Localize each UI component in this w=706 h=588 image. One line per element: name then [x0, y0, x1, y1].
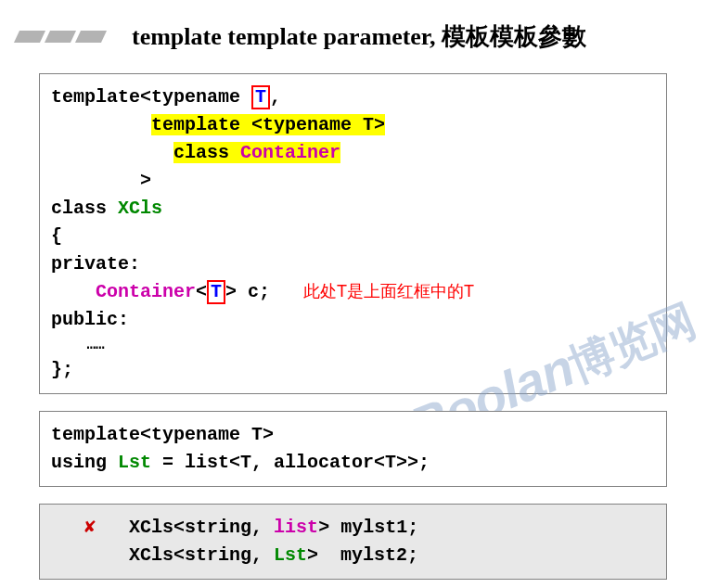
- alias-lst: Lst: [118, 452, 151, 473]
- code-text: = list<T, allocator<T>>;: [151, 452, 430, 473]
- code-line: class XCls: [51, 195, 655, 223]
- spacer: [270, 281, 303, 302]
- page-title: template template parameter, 模板模板參數: [132, 20, 586, 53]
- code-block-3: ✘ XCls<string, list> mylst1; XCls<string…: [39, 504, 667, 580]
- code-text: ,: [270, 86, 281, 108]
- indent: [51, 281, 96, 302]
- highlighted-T: T: [211, 281, 222, 302]
- stripe-icon: [75, 31, 107, 43]
- code-text: XCls<string,: [129, 544, 274, 566]
- indent: [51, 517, 84, 538]
- type-container: Container: [240, 142, 340, 163]
- red-box-T: T: [207, 280, 225, 304]
- type-list: list: [274, 517, 318, 538]
- code-line: private:: [51, 250, 655, 278]
- code-text: > mylst1;: [318, 517, 418, 538]
- code-text: template<typename: [51, 86, 251, 108]
- alias-lst: Lst: [274, 544, 307, 566]
- red-box-T: T: [251, 85, 270, 109]
- classname-xcls: XCls: [118, 198, 162, 219]
- indent: [51, 114, 151, 135]
- highlighted-T: T: [255, 86, 266, 108]
- keyword-using: using: [51, 452, 118, 473]
- code-line: public:: [51, 306, 655, 334]
- spacer: [96, 517, 129, 538]
- slide-header: template template parameter, 模板模板參數: [0, 0, 706, 53]
- code-block-2: template<typename T> using Lst = list<T,…: [39, 411, 667, 487]
- code-line: template <typename T>: [51, 111, 655, 139]
- code-line: class Container: [51, 139, 655, 167]
- error-x-icon: ✘: [84, 517, 96, 538]
- stripe-icon: [45, 31, 76, 43]
- code-line: Container<T> c; 此处T是上面红框中的T: [51, 278, 655, 306]
- annotation-text: 此处T是上面红框中的T: [303, 282, 474, 300]
- code-line: template<typename T,: [51, 83, 655, 111]
- yellow-highlight: template <typename T>: [151, 114, 385, 135]
- code-line: template<typename T>: [51, 421, 655, 449]
- code-text: > mylst2;: [307, 544, 418, 566]
- indent: [51, 544, 129, 566]
- stripe-icon: [14, 31, 45, 43]
- code-line: };: [51, 356, 655, 384]
- code-block-1: template<typename T, template <typename …: [39, 73, 667, 394]
- code-text: template <typename T>: [151, 114, 385, 135]
- type-container: Container: [96, 281, 196, 302]
- code-line: {: [51, 223, 655, 250]
- keyword-class: class: [51, 198, 118, 219]
- code-text: > c;: [225, 281, 270, 302]
- header-stripes: [17, 31, 104, 43]
- indent: [51, 142, 173, 163]
- code-line: >: [51, 167, 655, 195]
- code-line: using Lst = list<T, allocator<T>>;: [51, 449, 655, 477]
- code-text: XCls<string,: [129, 517, 274, 538]
- code-line: XCls<string, Lst> mylst2;: [51, 542, 655, 569]
- code-text: <: [196, 281, 207, 302]
- code-text: class: [173, 142, 240, 163]
- yellow-highlight: class Container: [173, 142, 340, 163]
- code-line: ✘ XCls<string, list> mylst1;: [51, 514, 655, 542]
- code-line: ……: [51, 334, 655, 356]
